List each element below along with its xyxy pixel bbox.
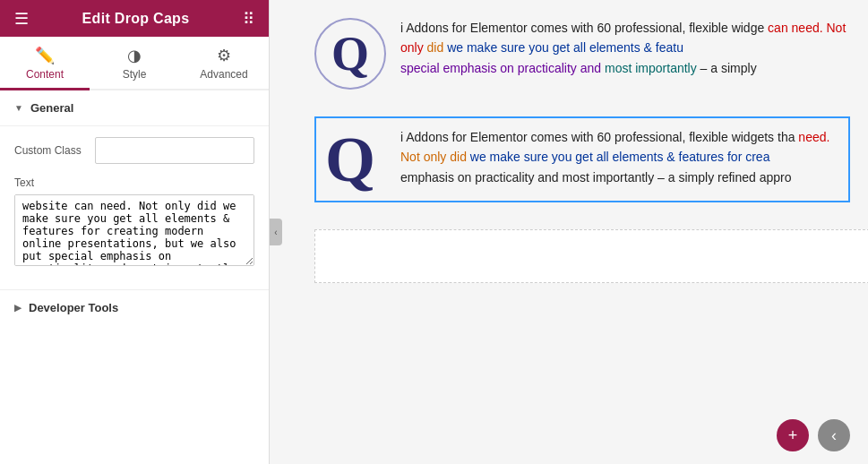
- general-section-body: Custom Class Text website can need. Not …: [0, 126, 269, 289]
- custom-class-label: Custom Class: [14, 144, 95, 157]
- custom-class-input[interactable]: [95, 137, 254, 164]
- drop-cap-text-1: i Addons for Elementor comes with 60 pro…: [400, 18, 850, 78]
- collapse-arrow-icon: ‹: [274, 228, 277, 237]
- chevron-down-icon: ▼: [14, 103, 23, 113]
- text-part-1-1: can need.: [764, 21, 826, 35]
- advanced-tab-icon: ⚙: [217, 46, 231, 65]
- developer-tools-header[interactable]: ▶ Developer Tools: [0, 289, 269, 325]
- tab-style[interactable]: ◑ Style: [90, 37, 179, 90]
- add-button[interactable]: +: [777, 419, 809, 451]
- hamburger-icon[interactable]: ☰: [14, 9, 29, 29]
- advanced-tab-label: Advanced: [200, 68, 247, 81]
- text-part-1-0: i Addons for Elementor comes with 60 pro…: [400, 21, 764, 35]
- main-content: Q i Addons for Elementor comes with 60 p…: [270, 0, 868, 464]
- add-icon: +: [788, 426, 798, 445]
- nav-icon: ‹: [831, 426, 837, 445]
- tab-content[interactable]: ✏️ Content: [0, 37, 90, 90]
- text-part-2-0: i Addons for Elementor comes with 60 pro…: [400, 130, 795, 144]
- collapse-button[interactable]: ‹: [270, 219, 282, 245]
- text-part-2-3: we make sure you get all elements & feat…: [467, 150, 770, 164]
- text-part-1-5: special emphasis on practicality and: [400, 61, 605, 75]
- general-section-header[interactable]: ▼ General: [0, 90, 269, 126]
- text-part-1-6: most importantly: [605, 61, 697, 75]
- drop-cap-plain-2: Q: [325, 127, 390, 192]
- style-tab-icon: ◑: [127, 46, 142, 65]
- grid-icon[interactable]: ⠿: [243, 9, 254, 29]
- empty-placeholder-block: [314, 229, 868, 283]
- custom-class-row: Custom Class: [14, 137, 254, 164]
- developer-tools-label: Developer Tools: [29, 301, 118, 314]
- content-tab-label: Content: [26, 68, 64, 81]
- text-part-2-1: need.: [795, 130, 829, 144]
- drop-cap-circle-1: Q: [314, 18, 386, 90]
- text-part-2-4: emphasis on practicality and most import…: [400, 170, 792, 185]
- text-field-container: Text website can need. Not only did we m…: [14, 176, 254, 270]
- panel-title: Edit Drop Caps: [82, 11, 190, 27]
- text-part-1-7: – a simply: [697, 61, 757, 75]
- general-section-label: General: [30, 101, 73, 115]
- sidebar-wrapper: ☰ Edit Drop Caps ⠿ ✏️ Content ◑ Style ⚙ …: [0, 0, 270, 464]
- drop-cap-text-2: i Addons for Elementor comes with 60 pro…: [400, 127, 839, 187]
- sidebar-content: ▼ General Custom Class Text website can …: [0, 90, 269, 464]
- chevron-right-icon: ▶: [14, 303, 21, 313]
- drop-cap-letter-1: Q: [331, 30, 369, 78]
- text-part-1-4: we make sure you get all elements & feat…: [443, 40, 683, 55]
- style-tab-label: Style: [123, 68, 147, 81]
- drop-cap-letter-2: Q: [325, 127, 375, 192]
- tab-advanced[interactable]: ⚙ Advanced: [179, 37, 269, 90]
- sidebar: ☰ Edit Drop Caps ⠿ ✏️ Content ◑ Style ⚙ …: [0, 0, 270, 464]
- nav-button[interactable]: ‹: [818, 419, 850, 451]
- text-field-label: Text: [14, 176, 254, 189]
- tab-bar: ✏️ Content ◑ Style ⚙ Advanced: [0, 37, 269, 90]
- drop-cap-block-1: Q i Addons for Elementor comes with 60 p…: [314, 18, 850, 90]
- drop-cap-block-2: Q i Addons for Elementor comes with 60 p…: [314, 116, 850, 202]
- bottom-buttons: + ‹: [777, 419, 850, 451]
- sidebar-header: ☰ Edit Drop Caps ⠿: [0, 0, 269, 37]
- text-part-1-3: did: [427, 40, 444, 55]
- content-tab-icon: ✏️: [35, 46, 55, 65]
- text-part-2-2: Not only did: [400, 150, 467, 164]
- text-textarea[interactable]: website can need. Not only did we make s…: [14, 194, 254, 266]
